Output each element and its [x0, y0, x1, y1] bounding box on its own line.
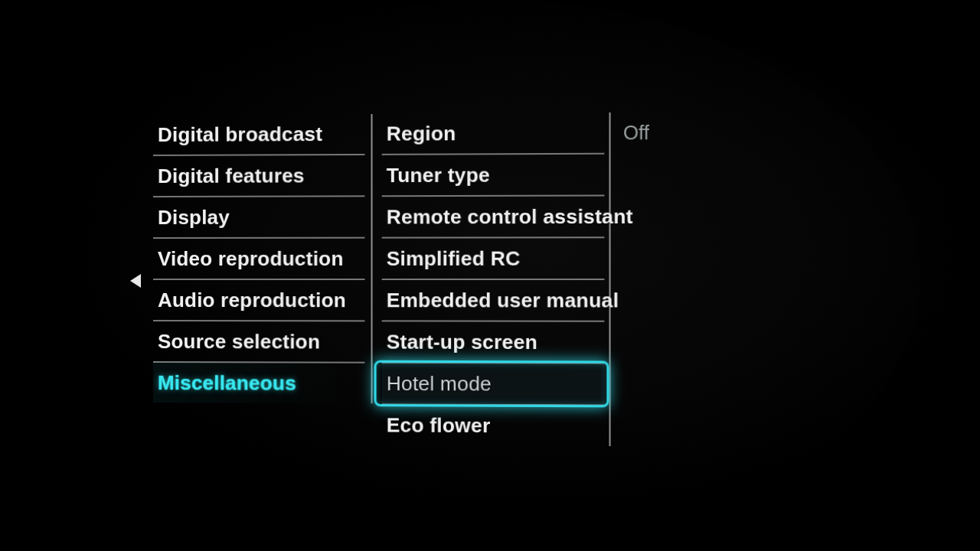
- menu-item-display[interactable]: Display: [153, 195, 364, 237]
- menu-item-video-reproduction[interactable]: Video reproduction: [153, 237, 364, 279]
- submenu-item-hotel-mode[interactable]: Hotel mode: [382, 362, 605, 404]
- submenu-item-simplified-rc[interactable]: Simplified RC: [382, 236, 605, 279]
- menu-item-miscellaneous[interactable]: Miscellaneous: [153, 361, 364, 403]
- menu-column-submenu: Region Tuner type Remote control assista…: [373, 112, 611, 446]
- setting-value: Off: [622, 112, 780, 153]
- submenu-item-embedded-user-manual[interactable]: Embedded user manual: [382, 279, 605, 321]
- submenu-item-remote-control-assistant[interactable]: Remote control assistant: [382, 194, 605, 236]
- menu-item-digital-features[interactable]: Digital features: [153, 154, 364, 196]
- submenu-item-region[interactable]: Region: [382, 112, 605, 154]
- menu-item-audio-reproduction[interactable]: Audio reproduction: [153, 279, 364, 320]
- submenu-item-tuner-type[interactable]: Tuner type: [382, 153, 605, 196]
- menu-column-value: Off: [611, 112, 780, 153]
- menu-column-categories: Digital broadcast Digital features Displ…: [153, 114, 373, 404]
- menu-item-source-selection[interactable]: Source selection: [153, 320, 364, 362]
- tv-settings-screen: Digital broadcast Digital features Displ…: [0, 0, 980, 551]
- submenu-item-startup-screen[interactable]: Start-up screen: [382, 320, 605, 362]
- left-arrow-icon[interactable]: [130, 274, 141, 288]
- submenu-item-eco-flower[interactable]: Eco flower: [382, 403, 605, 446]
- menu-item-digital-broadcast[interactable]: Digital broadcast: [153, 114, 364, 155]
- menu-container: Digital broadcast Digital features Displ…: [153, 112, 780, 447]
